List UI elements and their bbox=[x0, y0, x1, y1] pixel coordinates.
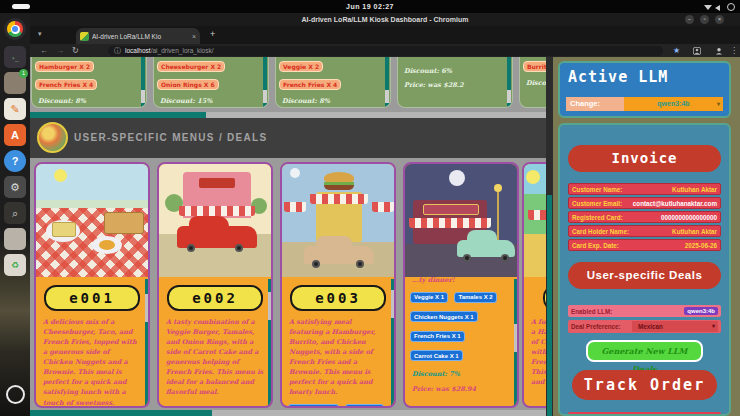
page-vscroll-thumb[interactable] bbox=[547, 195, 552, 416]
system-top-bar: Jun 19 02:27 bbox=[0, 0, 740, 13]
deal-card-e003: e003 A satisfying meal featuring a Hambu… bbox=[280, 162, 396, 408]
field-label: Customer Name: bbox=[572, 186, 622, 193]
files-dock-icon[interactable]: 1 bbox=[4, 72, 26, 94]
invoice-field-row: Registered Card: 0000000000000000 bbox=[568, 211, 721, 223]
back-icon[interactable]: ← bbox=[40, 44, 48, 57]
menu-discount: Discount: bbox=[526, 79, 546, 87]
active-llm-title: Active LLM bbox=[568, 68, 729, 86]
menu-item-badge: Veggie X 2 bbox=[279, 61, 323, 72]
menu-card: Cheeseburger X 2Onion Rings X 6 Discount… bbox=[154, 57, 268, 107]
tab-strip: ▾ AI-driven LoRa/LLM Kio × + bbox=[30, 26, 740, 44]
new-tab-icon[interactable]: + bbox=[210, 29, 215, 39]
field-label: Card Holder Name: bbox=[572, 228, 629, 235]
deal-item-badge: Hamburger X 1 bbox=[288, 404, 339, 408]
chromium-dock-icon[interactable] bbox=[4, 18, 26, 40]
field-label: Registered Card: bbox=[572, 214, 623, 221]
maximize-icon[interactable]: ▫ bbox=[700, 15, 709, 24]
deals-hscroll-thumb[interactable] bbox=[30, 410, 212, 416]
tab-title: AI-driven LoRa/LLM Kio bbox=[92, 33, 190, 40]
close-icon[interactable]: × bbox=[715, 15, 724, 24]
network-icon[interactable] bbox=[704, 3, 712, 11]
menu-price: Price: was $28.2 bbox=[404, 81, 512, 89]
window-title-bar: AI-driven LoRa/LLM Kiosk Dashboard - Chr… bbox=[30, 13, 740, 26]
deal-image-park bbox=[524, 164, 546, 277]
enabled-llm-label: Enabled LLM: bbox=[571, 308, 612, 315]
deal-card-scroll-thumb[interactable] bbox=[514, 324, 517, 352]
field-value: contact@kutluhanaktar.com bbox=[633, 200, 717, 207]
address-bar[interactable]: ⓘ localhost/ai_driven_lora_kiosk/ bbox=[108, 46, 663, 56]
deal-card-scroll-thumb[interactable] bbox=[391, 290, 394, 318]
user-specific-deals-button[interactable]: User-specific Deals bbox=[568, 262, 721, 289]
field-value: 0000000000000000 bbox=[661, 214, 717, 221]
settings-dock-icon[interactable]: ⚙ bbox=[4, 176, 26, 198]
menu-card: Veggie X 2French Fries X 4 Discount: 8% … bbox=[276, 57, 390, 107]
text-editor-dock-icon[interactable]: ✎ bbox=[4, 98, 26, 120]
app-grey-dock-icon[interactable] bbox=[4, 228, 26, 250]
deals-hscrollbar[interactable] bbox=[30, 410, 546, 416]
power-icon[interactable] bbox=[727, 3, 735, 11]
menu-item-badge: French Fries X 4 bbox=[35, 79, 97, 90]
menu-card-scroll-thumb bbox=[263, 90, 267, 103]
browser-toolbar: ← → ↻ ⓘ localhost/ai_driven_lora_kiosk/ … bbox=[30, 44, 740, 57]
volume-icon[interactable] bbox=[715, 4, 723, 12]
deal-item-badge: Burrito X 1 bbox=[345, 404, 384, 408]
chevron-down-icon: ▾ bbox=[717, 97, 720, 111]
system-clock[interactable]: Jun 19 02:27 bbox=[0, 0, 740, 13]
menu-card-scroll-thumb bbox=[385, 90, 389, 103]
llm-select[interactable]: qwen3:4b ▾ bbox=[624, 97, 723, 111]
deal-preference-value: Mexican bbox=[638, 323, 663, 330]
desktop-screen: Jun 19 02:27 ›_ 1 ✎ A ? ⚙ ⌕ ♻ AI-driven … bbox=[0, 0, 740, 416]
disk-utility-dock-icon[interactable]: ⌕ bbox=[4, 202, 26, 224]
invoice-button[interactable]: Invoice bbox=[568, 145, 721, 172]
deal-card-4: ...ty dinner! Veggie X 1 Tamales X 2 Chi… bbox=[403, 162, 519, 408]
deal-item-badge: Tamales X 2 bbox=[454, 292, 496, 303]
field-label: Card Exp. Date: bbox=[572, 242, 619, 249]
bookmark-star-icon[interactable]: ★ bbox=[673, 44, 680, 57]
menu-item-badge: Cheeseburger X 2 bbox=[157, 61, 225, 72]
show-apps-icon[interactable] bbox=[6, 385, 25, 404]
tab-active[interactable]: AI-driven LoRa/LLM Kio × bbox=[76, 28, 200, 44]
deal-image-burger-stand bbox=[282, 164, 394, 277]
tab-close-icon[interactable]: × bbox=[192, 33, 196, 40]
browser-menu-icon[interactable]: ⋮ bbox=[730, 44, 738, 57]
change-label: Change: bbox=[566, 97, 624, 111]
deal-description: A fun e a Hamb of Chic with a g French T… bbox=[524, 315, 546, 387]
reload-icon[interactable]: ↻ bbox=[72, 44, 79, 57]
font-app-dock-icon[interactable]: A bbox=[4, 124, 26, 146]
deals-avatar bbox=[37, 122, 68, 153]
menu-card-scroll-thumb bbox=[507, 90, 511, 103]
terminal-dock-icon[interactable]: ›_ bbox=[4, 46, 26, 68]
menu-card: Discount: 6% Price: was $28.2 bbox=[398, 57, 512, 107]
enabled-llm-value: qwen3:4b bbox=[684, 307, 718, 315]
menu-item-badge: Hamburger X 2 bbox=[35, 61, 94, 72]
minimize-icon[interactable]: − bbox=[685, 15, 694, 24]
field-label: Customer Email: bbox=[572, 200, 622, 207]
deal-image-night-diner bbox=[405, 164, 517, 277]
clipped-row bbox=[568, 412, 721, 416]
invoice-field-row: Customer Name: Kutluhan Aktar bbox=[568, 183, 721, 195]
deal-preference-select[interactable]: Mexican ▾ bbox=[632, 321, 718, 332]
generate-deals-button[interactable]: Generate New LLM Deals bbox=[586, 340, 703, 362]
deal-card-scroll-thumb[interactable] bbox=[268, 292, 271, 320]
deal-card-scroll-thumb[interactable] bbox=[145, 294, 148, 322]
menu-card: Burrito X Discount: bbox=[520, 57, 546, 107]
help-dock-icon[interactable]: ? bbox=[4, 150, 26, 172]
side-panel-profile-icon[interactable] bbox=[693, 47, 701, 55]
deal-image-diner-car bbox=[159, 164, 271, 277]
field-value: 2025-06-26 bbox=[685, 242, 717, 249]
top-menus-section: Hamburger X 2French Fries X 4 Discount: … bbox=[30, 57, 546, 118]
deal-id-pill: e001 bbox=[44, 285, 140, 311]
forward-icon[interactable]: → bbox=[56, 44, 64, 57]
menu-discount: Discount: 8% bbox=[38, 97, 146, 105]
deal-item-badge: Chicken Nuggets X 1 bbox=[410, 311, 478, 322]
browser-avatar-icon[interactable] bbox=[715, 47, 723, 55]
trash-dock-icon[interactable]: ♻ bbox=[4, 254, 26, 276]
track-order-button[interactable]: Track Order bbox=[572, 370, 717, 400]
url-path: /ai_driven_lora_kiosk/ bbox=[151, 47, 214, 54]
deal-discount: Discount: 7% bbox=[412, 370, 517, 378]
site-info-icon[interactable]: ⓘ bbox=[114, 46, 121, 56]
menu-discount: Discount: 6% bbox=[404, 67, 512, 75]
tab-search-icon[interactable]: ▾ bbox=[38, 30, 42, 38]
deal-image-picnic bbox=[36, 164, 148, 277]
page-vscrollbar[interactable] bbox=[546, 57, 553, 416]
